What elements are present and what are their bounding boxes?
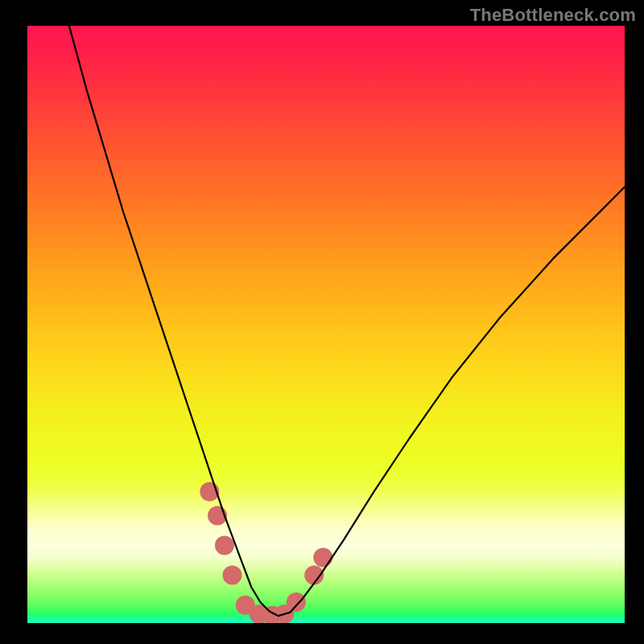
watermark-text: TheBottleneck.com [470,5,636,26]
outer-frame: TheBottleneck.com [0,0,644,644]
curve-marker [287,592,306,612]
chart-svg [27,26,625,623]
curve-marker [313,547,332,567]
bottleneck-curve [69,26,625,616]
plot-area [27,26,625,623]
curve-marker [215,536,234,555]
curve-marker [223,566,242,585]
